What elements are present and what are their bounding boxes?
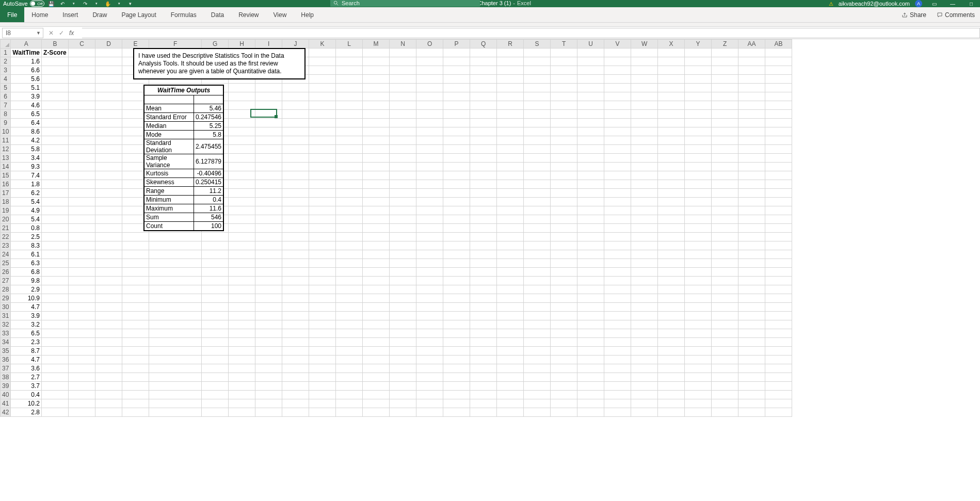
cell-H6[interactable] [229,92,255,101]
cell-A26[interactable]: 6.8 [11,268,42,277]
cell-X38[interactable] [658,373,685,382]
cell-I10[interactable] [255,127,282,136]
cell-R7[interactable] [497,101,524,110]
cell-D2[interactable] [95,57,122,66]
cell-O12[interactable] [416,145,443,154]
row-header-16[interactable]: 16 [1,180,11,189]
cell-W20[interactable] [631,215,658,224]
cell-B32[interactable] [42,320,69,329]
cell-M26[interactable] [363,268,390,277]
column-header-R[interactable]: R [497,40,524,49]
cell-N37[interactable] [390,364,416,373]
cell-G26[interactable] [202,268,229,277]
cell-W34[interactable] [631,338,658,347]
cell-I22[interactable] [255,233,282,241]
row-header-3[interactable]: 3 [1,66,11,75]
cell-C5[interactable] [69,84,95,92]
cell-C36[interactable] [69,355,95,364]
cell-D31[interactable] [95,312,122,320]
cell-B28[interactable] [42,285,69,294]
cell-C3[interactable] [69,66,95,75]
cell-Y38[interactable] [685,373,712,382]
cell-F38[interactable] [149,373,202,382]
cell-O27[interactable] [416,277,443,285]
cell-Z19[interactable] [712,206,738,215]
cell-K17[interactable] [309,189,336,198]
cell-V22[interactable] [604,233,631,241]
row-header-4[interactable]: 4 [1,75,11,84]
cell-AB1[interactable] [765,49,792,57]
cell-Y10[interactable] [685,127,712,136]
cell-C28[interactable] [69,285,95,294]
column-header-W[interactable]: W [631,40,658,49]
column-header-U[interactable]: U [577,40,604,49]
cell-W10[interactable] [631,127,658,136]
cell-J21[interactable] [282,224,309,233]
cell-Y23[interactable] [685,241,712,250]
cell-H30[interactable] [229,303,255,312]
cell-A38[interactable]: 2.7 [11,373,42,382]
cell-C32[interactable] [69,320,95,329]
cell-Q32[interactable] [470,320,497,329]
cell-A37[interactable]: 3.6 [11,364,42,373]
cell-Y33[interactable] [685,329,712,338]
cell-AB5[interactable] [765,84,792,92]
cell-C12[interactable] [69,145,95,154]
cell-W12[interactable] [631,145,658,154]
cell-AB23[interactable] [765,241,792,250]
cell-A11[interactable]: 4.2 [11,136,42,145]
cell-Z2[interactable] [712,57,738,66]
cell-B19[interactable] [42,206,69,215]
cell-O2[interactable] [416,57,443,66]
cell-N22[interactable] [390,233,416,241]
cell-J31[interactable] [282,312,309,320]
cell-E39[interactable] [122,382,149,391]
cell-R6[interactable] [497,92,524,101]
cell-T14[interactable] [551,163,577,171]
cell-P13[interactable] [443,154,470,163]
worksheet-grid[interactable]: ABCDEFGHIJKLMNOPQRSTUVWXYZAAAB1WaitTimeZ… [0,39,980,501]
cell-B4[interactable] [42,75,69,84]
cell-U31[interactable] [577,312,604,320]
cell-U19[interactable] [577,206,604,215]
cell-V39[interactable] [604,382,631,391]
cell-S22[interactable] [524,233,551,241]
cell-P30[interactable] [443,303,470,312]
cell-E27[interactable] [122,277,149,285]
cell-V35[interactable] [604,347,631,355]
cell-S27[interactable] [524,277,551,285]
cell-AB35[interactable] [765,347,792,355]
cell-N27[interactable] [390,277,416,285]
cell-T19[interactable] [551,206,577,215]
cell-D33[interactable] [95,329,122,338]
cell-E38[interactable] [122,373,149,382]
column-header-Z[interactable]: Z [712,40,738,49]
row-header-41[interactable]: 41 [1,399,11,408]
cell-W6[interactable] [631,92,658,101]
cell-A7[interactable]: 4.6 [11,101,42,110]
cell-N10[interactable] [390,127,416,136]
cell-C6[interactable] [69,92,95,101]
cell-X15[interactable] [658,171,685,180]
cell-N20[interactable] [390,215,416,224]
cell-M40[interactable] [363,391,390,399]
cell-V42[interactable] [604,408,631,417]
cell-U10[interactable] [577,127,604,136]
cell-E23[interactable] [122,241,149,250]
cell-Y30[interactable] [685,303,712,312]
cell-M41[interactable] [363,399,390,408]
cell-C19[interactable] [69,206,95,215]
cell-I29[interactable] [255,294,282,303]
cell-B30[interactable] [42,303,69,312]
cell-Z17[interactable] [712,189,738,198]
cell-A1[interactable]: WaitTime [11,49,42,57]
cell-I7[interactable] [255,101,282,110]
row-header-25[interactable]: 25 [1,259,11,268]
cell-AB32[interactable] [765,320,792,329]
cell-X18[interactable] [658,198,685,206]
cell-M35[interactable] [363,347,390,355]
cell-N2[interactable] [390,57,416,66]
cell-H19[interactable] [229,206,255,215]
cell-C2[interactable] [69,57,95,66]
cell-O39[interactable] [416,382,443,391]
